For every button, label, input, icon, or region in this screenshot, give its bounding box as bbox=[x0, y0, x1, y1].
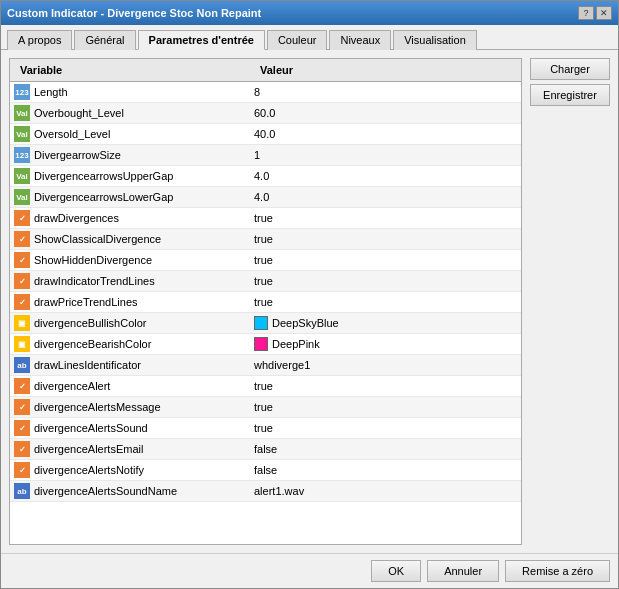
table-header: Variable Valeur bbox=[10, 59, 521, 82]
variable-name: drawIndicatorTrendLines bbox=[34, 275, 155, 287]
title-buttons: ? ✕ bbox=[578, 6, 612, 20]
value-text: 4.0 bbox=[254, 191, 269, 203]
table-row[interactable]: Val DivergencearrowsUpperGap 4.0 bbox=[10, 166, 521, 187]
variable-name: drawDivergences bbox=[34, 212, 119, 224]
value-cell: 4.0 bbox=[250, 189, 521, 205]
variable-name: divergenceAlertsSound bbox=[34, 422, 148, 434]
variable-name: drawLinesIdentificator bbox=[34, 359, 141, 371]
tab-bar: A propos Général Parametres d'entrée Cou… bbox=[1, 25, 618, 50]
side-buttons: Charger Enregistrer bbox=[530, 58, 610, 545]
table-row[interactable]: 123 Length 8 bbox=[10, 82, 521, 103]
val-icon: Val bbox=[14, 105, 30, 121]
variable-cell: Val DivergencearrowsUpperGap bbox=[10, 166, 250, 186]
value-cell: false bbox=[250, 462, 521, 478]
variable-name: divergenceAlertsEmail bbox=[34, 443, 143, 455]
variable-name: Overbought_Level bbox=[34, 107, 124, 119]
table-row[interactable]: ✓ divergenceAlertsMessage true bbox=[10, 397, 521, 418]
value-text: true bbox=[254, 380, 273, 392]
variable-cell: ✓ divergenceAlert bbox=[10, 376, 250, 396]
table-row[interactable]: ✓ drawIndicatorTrendLines true bbox=[10, 271, 521, 292]
col-variable-header: Variable bbox=[16, 62, 256, 78]
bool-icon: ✓ bbox=[14, 420, 30, 436]
variable-name: divergenceAlertsSoundName bbox=[34, 485, 177, 497]
variable-name: DivergencearrowsUpperGap bbox=[34, 170, 173, 182]
help-button[interactable]: ? bbox=[578, 6, 594, 20]
variable-cell: ✓ drawIndicatorTrendLines bbox=[10, 271, 250, 291]
remise-button[interactable]: Remise a zéro bbox=[505, 560, 610, 582]
table-row[interactable]: Val Overbought_Level 60.0 bbox=[10, 103, 521, 124]
tab-parametres[interactable]: Parametres d'entrée bbox=[138, 30, 265, 50]
table-row[interactable]: ab divergenceAlertsSoundName alert1.wav bbox=[10, 481, 521, 502]
table-row[interactable]: ✓ ShowHiddenDivergence true bbox=[10, 250, 521, 271]
variable-cell: ✓ ShowClassicalDivergence bbox=[10, 229, 250, 249]
variable-name: ShowClassicalDivergence bbox=[34, 233, 161, 245]
val-icon: Val bbox=[14, 189, 30, 205]
variable-cell: ab drawLinesIdentificator bbox=[10, 355, 250, 375]
variable-cell: ✓ divergenceAlertsSound bbox=[10, 418, 250, 438]
color-swatch bbox=[254, 316, 268, 330]
table-row[interactable]: 123 DivergearrowSize 1 bbox=[10, 145, 521, 166]
bool-icon: ✓ bbox=[14, 294, 30, 310]
val-icon: Val bbox=[14, 168, 30, 184]
table-row[interactable]: ✓ divergenceAlertsSound true bbox=[10, 418, 521, 439]
value-text: 60.0 bbox=[254, 107, 275, 119]
value-cell: 4.0 bbox=[250, 168, 521, 184]
value-text: alert1.wav bbox=[254, 485, 304, 497]
table-row[interactable]: Val Oversold_Level 40.0 bbox=[10, 124, 521, 145]
table-row[interactable]: ▣ divergenceBearishColor DeepPink bbox=[10, 334, 521, 355]
value-text: true bbox=[254, 233, 273, 245]
bool-icon: ✓ bbox=[14, 399, 30, 415]
variable-name: divergenceBearishColor bbox=[34, 338, 151, 350]
table-row[interactable]: Val DivergencearrowsLowerGap 4.0 bbox=[10, 187, 521, 208]
variable-name: divergenceAlertsMessage bbox=[34, 401, 161, 413]
ab-icon: ab bbox=[14, 483, 30, 499]
value-text: true bbox=[254, 296, 273, 308]
tab-general[interactable]: Général bbox=[74, 30, 135, 50]
variable-cell: 123 Length bbox=[10, 82, 250, 102]
variable-name: divergenceAlert bbox=[34, 380, 110, 392]
value-text: true bbox=[254, 401, 273, 413]
bool-icon: ✓ bbox=[14, 231, 30, 247]
table-row[interactable]: ✓ drawPriceTrendLines true bbox=[10, 292, 521, 313]
value-cell: true bbox=[250, 273, 521, 289]
variable-cell: ✓ drawPriceTrendLines bbox=[10, 292, 250, 312]
ok-button[interactable]: OK bbox=[371, 560, 421, 582]
variable-name: ShowHiddenDivergence bbox=[34, 254, 152, 266]
int-icon: 123 bbox=[14, 147, 30, 163]
bool-icon: ✓ bbox=[14, 252, 30, 268]
close-button[interactable]: ✕ bbox=[596, 6, 612, 20]
value-cell: true bbox=[250, 294, 521, 310]
table-row[interactable]: ✓ drawDivergences true bbox=[10, 208, 521, 229]
value-cell: 40.0 bbox=[250, 126, 521, 142]
variable-name: divergenceBullishColor bbox=[34, 317, 147, 329]
enregistrer-button[interactable]: Enregistrer bbox=[530, 84, 610, 106]
value-text: whdiverge1 bbox=[254, 359, 310, 371]
table-row[interactable]: ✓ divergenceAlertsNotify false bbox=[10, 460, 521, 481]
charger-button[interactable]: Charger bbox=[530, 58, 610, 80]
color-icon: ▣ bbox=[14, 315, 30, 331]
variable-name: Length bbox=[34, 86, 68, 98]
table-row[interactable]: ✓ divergenceAlert true bbox=[10, 376, 521, 397]
main-window: Custom Indicator - Divergence Stoc Non R… bbox=[0, 0, 619, 589]
color-icon: ▣ bbox=[14, 336, 30, 352]
variable-cell: ▣ divergenceBullishColor bbox=[10, 313, 250, 333]
tab-niveaux[interactable]: Niveaux bbox=[329, 30, 391, 50]
variable-cell: ab divergenceAlertsSoundName bbox=[10, 481, 250, 501]
table-row[interactable]: ab drawLinesIdentificator whdiverge1 bbox=[10, 355, 521, 376]
variable-cell: Val Oversold_Level bbox=[10, 124, 250, 144]
value-cell: true bbox=[250, 378, 521, 394]
value-cell: true bbox=[250, 399, 521, 415]
table-row[interactable]: ✓ ShowClassicalDivergence true bbox=[10, 229, 521, 250]
value-text: true bbox=[254, 275, 273, 287]
value-text: 40.0 bbox=[254, 128, 275, 140]
tab-visualisation[interactable]: Visualisation bbox=[393, 30, 477, 50]
variable-cell: ✓ divergenceAlertsNotify bbox=[10, 460, 250, 480]
tab-couleur[interactable]: Couleur bbox=[267, 30, 328, 50]
val-icon: Val bbox=[14, 126, 30, 142]
table-row[interactable]: ▣ divergenceBullishColor DeepSkyBlue bbox=[10, 313, 521, 334]
table-row[interactable]: ✓ divergenceAlertsEmail false bbox=[10, 439, 521, 460]
bool-icon: ✓ bbox=[14, 378, 30, 394]
tab-apropos[interactable]: A propos bbox=[7, 30, 72, 50]
bottom-bar: OK Annuler Remise a zéro bbox=[1, 553, 618, 588]
annuler-button[interactable]: Annuler bbox=[427, 560, 499, 582]
